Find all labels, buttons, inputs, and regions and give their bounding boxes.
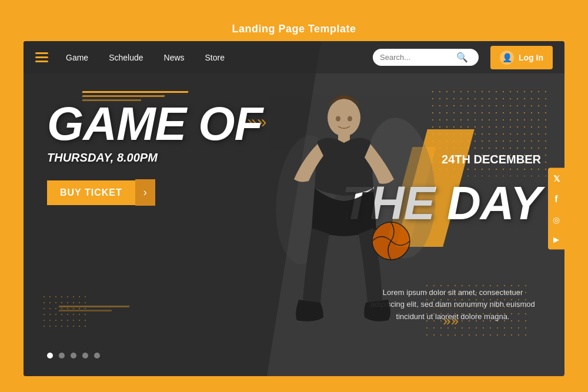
nav-link-news[interactable]: News — [164, 53, 185, 62]
login-button[interactable]: 👤 Log In — [490, 46, 553, 69]
slide-dot-5[interactable] — [94, 353, 100, 359]
slide-dot-2[interactable] — [59, 353, 65, 359]
twitter-icon[interactable]: 𝕏 — [553, 174, 560, 183]
deco-line-bottom-1 — [58, 306, 129, 307]
search-bar: 🔍 — [373, 49, 479, 66]
hamburger-line-3 — [35, 61, 48, 62]
instagram-icon[interactable]: ◎ — [553, 215, 560, 225]
navbar: Game Schelude News Store 🔍 👤 Log In — [24, 41, 564, 73]
search-input[interactable] — [380, 53, 456, 62]
hamburger-line-2 — [35, 56, 48, 58]
buy-ticket-label: BUY TICKET — [47, 180, 135, 205]
buy-ticket-arrow-icon: › — [135, 179, 155, 206]
nav-link-game[interactable]: Game — [66, 53, 88, 62]
dot-pattern-bottom-left — [41, 294, 88, 329]
nav-link-schelude[interactable]: Schelude — [109, 53, 143, 62]
hero-title-line1: GAME OF — [47, 103, 262, 145]
hero-title-block: GAME OF — [47, 103, 262, 145]
page-title: Landing Page Template — [232, 23, 356, 35]
nav-link-store[interactable]: Store — [205, 53, 225, 62]
hero-content: GAME OF THURSDAY, 8.00PM BUY TICKET › — [47, 85, 262, 206]
slide-dot-1[interactable] — [47, 353, 53, 359]
social-sidebar: 𝕏 f ◎ ▶ — [548, 168, 564, 250]
landing-page-container: »» »» Game Schelude News Store 🔍 👤 Log I… — [24, 41, 564, 376]
nav-links: Game Schelude News Store — [66, 53, 373, 62]
youtube-icon[interactable]: ▶ — [553, 235, 559, 244]
user-avatar-icon: 👤 — [500, 51, 514, 65]
svg-point-2 — [328, 99, 360, 136]
slide-dots — [47, 353, 100, 359]
hero-time: THURSDAY, 8.00PM — [47, 151, 262, 165]
slide-dot-4[interactable] — [82, 353, 88, 359]
hamburger-menu[interactable] — [35, 52, 48, 62]
facebook-icon[interactable]: f — [554, 194, 557, 205]
svg-point-6 — [336, 116, 340, 122]
search-icon: 🔍 — [456, 52, 468, 63]
slide-dot-3[interactable] — [71, 353, 76, 359]
hero-date: 24TH DECEMBER — [442, 153, 541, 166]
buy-ticket-button[interactable]: BUY TICKET › — [47, 179, 262, 206]
hamburger-line-1 — [35, 52, 48, 54]
player-silhouette — [247, 71, 435, 364]
deco-line-bottom-2 — [58, 310, 112, 311]
login-label: Log In — [519, 53, 543, 62]
svg-point-7 — [348, 116, 352, 122]
header-bar: Landing Page Template — [0, 16, 588, 41]
deco-lines-bottom — [59, 306, 129, 311]
